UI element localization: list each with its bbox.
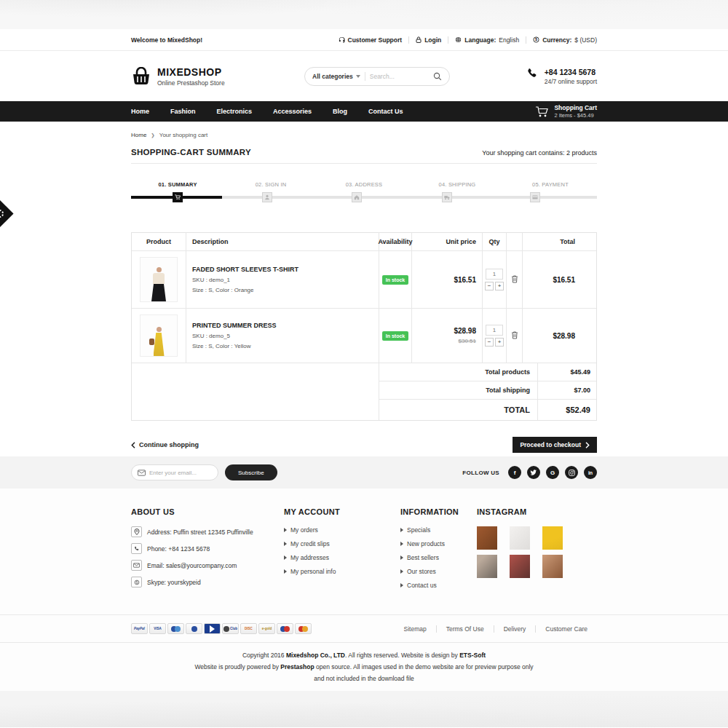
total-products-value: $45.49 (538, 363, 596, 381)
footer: ABOUT US Address: Puffin street 12345 Pu… (0, 488, 728, 614)
mastercard-icon (295, 623, 312, 634)
link-sitemap[interactable]: Sitemap (395, 625, 436, 633)
arrow-right-icon (400, 555, 403, 560)
nav-item-electronics[interactable]: Electronics (217, 108, 253, 115)
link-my-addresses[interactable]: My addresses (284, 554, 400, 561)
customer-support-link[interactable]: Customer Support (339, 36, 403, 44)
newsletter-input-wrap (131, 464, 218, 480)
visa-icon: VISA (149, 623, 166, 634)
instagram-photo[interactable] (477, 526, 497, 550)
language-selector[interactable]: Language: English (455, 36, 519, 44)
cirrus-icon (167, 623, 184, 634)
col-qty: Qty (483, 233, 507, 250)
product-name[interactable]: PRINTED SUMMER DRESS (192, 322, 277, 329)
arrow-right-icon (400, 569, 403, 574)
subscribe-button[interactable]: Subscribe (225, 464, 277, 480)
trash-icon[interactable] (511, 274, 518, 285)
col-product: Product (132, 233, 186, 250)
currency-icon: $ (533, 36, 539, 43)
instagram-icon[interactable] (565, 466, 578, 479)
svg-text:$: $ (535, 37, 537, 41)
row-total: $28.98 (553, 332, 575, 340)
qty-input[interactable] (486, 325, 503, 336)
step-payment[interactable]: 05. PAYMENT (504, 181, 597, 188)
step-sign-in[interactable]: 02. SIGN IN (224, 181, 317, 188)
login-link[interactable]: Login (416, 36, 441, 44)
instagram-photo[interactable] (510, 526, 530, 550)
twitter-icon[interactable] (527, 466, 540, 479)
step-marker-truck-icon (442, 192, 452, 202)
newsletter-email-input[interactable] (149, 470, 212, 476)
category-dropdown[interactable]: All categories (312, 73, 360, 80)
col-delete (507, 233, 523, 250)
product-image-tshirt[interactable] (140, 257, 178, 302)
table-row: PRINTED SUMMER DRESS SKU : demo_5 Size :… (132, 309, 596, 363)
instagram-photo[interactable] (477, 555, 497, 578)
total-shipping-row: Total shipping $7.00 (379, 381, 596, 400)
totals-spacer (132, 363, 379, 420)
instagram-photo[interactable] (542, 526, 563, 550)
nav-item-contact[interactable]: Contact Us (368, 108, 403, 115)
cart-contains-text: Your shopping cart contains: 2 products (482, 149, 597, 157)
phone-icon (131, 543, 142, 554)
instagram-photo[interactable] (510, 555, 530, 578)
payment-bar: PayPal VISA Club DISC e-gold Sitemap Ter… (0, 614, 728, 643)
link-new-products[interactable]: New products (400, 540, 477, 547)
product-sku: SKU : demo_1 (192, 277, 298, 283)
table-row: FADED SHORT SLEEVES T-SHIRT SKU : demo_1… (132, 251, 596, 309)
step-address[interactable]: 03. ADDRESS (317, 181, 411, 188)
envelope-icon (138, 470, 146, 476)
link-delivery[interactable]: Delivery (494, 625, 536, 633)
search-input[interactable] (370, 73, 429, 80)
trash-icon[interactable] (511, 331, 518, 341)
qty-plus-button[interactable]: + (495, 338, 504, 347)
qty-input[interactable] (486, 269, 503, 280)
link-contact-us[interactable]: Contact us (400, 582, 477, 589)
about-title: ABOUT US (131, 507, 284, 516)
gear-icon (0, 210, 4, 218)
arrow-right-icon (284, 542, 287, 546)
step-shipping[interactable]: 04. SHIPPING (411, 181, 504, 188)
proceed-to-checkout-button[interactable]: Proceed to checkout (513, 437, 597, 453)
header: MIXEDSHOP Online Prestashop Store All ca… (0, 51, 728, 101)
qty-minus-button[interactable]: − (485, 338, 494, 347)
nav-item-fashion[interactable]: Fashion (170, 108, 196, 115)
logo[interactable]: MIXEDSHOP Online Prestashop Store (131, 66, 225, 87)
diners-icon: Club (222, 623, 239, 634)
google-icon[interactable]: G (546, 466, 559, 479)
continue-shopping-link[interactable]: Continue shopping (131, 441, 199, 448)
unit-price: $28.98 (454, 327, 476, 335)
product-image-dress[interactable] (140, 314, 178, 357)
cart-widget[interactable]: Shopping Cart 2 Items - $45.49 (535, 104, 597, 119)
facebook-icon[interactable]: f (508, 466, 521, 479)
nav-item-blog[interactable]: Blog (333, 108, 347, 115)
linkedin-icon[interactable]: in (584, 466, 597, 479)
search-icon[interactable] (433, 72, 442, 81)
link-best-sellers[interactable]: Best sellers (400, 554, 477, 561)
col-availability: Availability (379, 233, 412, 250)
link-my-orders[interactable]: My orders (284, 526, 400, 534)
cart-icon (535, 106, 549, 118)
step-marker-card-icon (530, 192, 540, 202)
qty-minus-button[interactable]: − (485, 282, 494, 290)
product-variant: Size : S, Color : Yellow (192, 343, 277, 349)
link-my-credit-slips[interactable]: My credit slips (284, 540, 400, 547)
breadcrumb-home[interactable]: Home (131, 132, 146, 138)
product-name[interactable]: FADED SHORT SLEEVES T-SHIRT (192, 266, 298, 273)
step-marker-home-icon (352, 192, 362, 202)
arrow-right-icon (284, 569, 287, 574)
link-our-stores[interactable]: Our stores (400, 568, 477, 575)
link-my-personal-info[interactable]: My personal info (284, 568, 400, 575)
envelope-icon (131, 560, 142, 571)
currency-selector[interactable]: $ Currency: $ (USD) (533, 36, 597, 44)
link-specials[interactable]: Specials (400, 526, 477, 534)
nav-item-home[interactable]: Home (131, 108, 149, 115)
arrow-right-icon (284, 528, 287, 532)
currency-value: $ (USD) (574, 36, 597, 44)
footer-skype: Skype: yourskypeid (131, 577, 284, 587)
instagram-photo[interactable] (542, 555, 563, 578)
link-terms-of-use[interactable]: Terms Of Use (437, 625, 494, 633)
link-customer-care[interactable]: Customer Care (536, 625, 597, 633)
nav-item-accessories[interactable]: Accessories (273, 108, 312, 115)
qty-plus-button[interactable]: + (495, 282, 504, 290)
